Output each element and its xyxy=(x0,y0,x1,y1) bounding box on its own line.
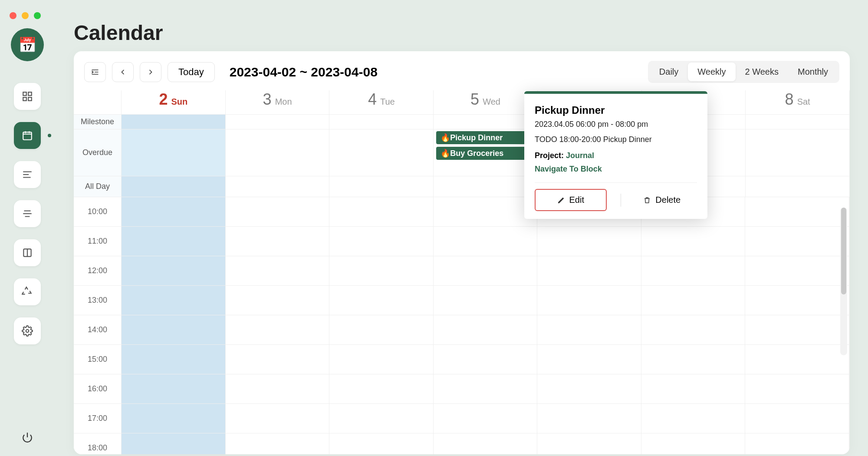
time-cell[interactable] xyxy=(226,315,330,345)
time-cell[interactable] xyxy=(122,433,226,454)
time-cell[interactable] xyxy=(122,286,226,315)
scrollbar-thumb[interactable] xyxy=(841,208,846,294)
sidebar-item-settings[interactable] xyxy=(14,317,41,344)
overdue-cell[interactable] xyxy=(746,129,850,176)
allday-cell[interactable] xyxy=(122,176,226,197)
sidebar-item-align-left[interactable] xyxy=(14,161,41,188)
view-weekly[interactable]: Weekly xyxy=(688,63,735,81)
time-cell[interactable] xyxy=(537,256,641,286)
time-cell[interactable] xyxy=(329,197,434,227)
milestone-cell[interactable] xyxy=(746,115,850,129)
day-header-mon[interactable]: 3Mon xyxy=(226,90,330,115)
milestone-cell[interactable] xyxy=(329,115,434,129)
time-cell[interactable] xyxy=(226,374,330,404)
milestone-cell[interactable] xyxy=(226,115,330,129)
milestone-cell[interactable] xyxy=(122,115,226,129)
time-cell[interactable] xyxy=(226,256,330,286)
time-cell[interactable] xyxy=(122,374,226,404)
time-cell[interactable] xyxy=(329,256,434,286)
time-cell[interactable] xyxy=(745,433,849,454)
time-cell[interactable] xyxy=(329,374,434,404)
time-cell[interactable] xyxy=(537,315,641,345)
time-cell[interactable] xyxy=(434,197,538,227)
time-cell[interactable] xyxy=(434,315,538,345)
sidebar-item-calendar[interactable] xyxy=(14,122,41,149)
time-cell[interactable] xyxy=(122,197,226,227)
time-cell[interactable] xyxy=(329,404,434,433)
time-cell[interactable] xyxy=(537,433,641,454)
time-cell[interactable] xyxy=(537,227,641,256)
time-cell[interactable] xyxy=(434,433,538,454)
time-cell[interactable] xyxy=(434,374,538,404)
next-week-button[interactable] xyxy=(140,62,161,82)
time-cell[interactable] xyxy=(641,404,746,433)
day-header-sat[interactable]: 8Sat xyxy=(746,90,850,115)
view-monthly[interactable]: Monthly xyxy=(788,63,838,81)
allday-cell[interactable] xyxy=(329,176,434,197)
time-cell[interactable] xyxy=(745,374,849,404)
milestone-cell[interactable] xyxy=(434,115,538,129)
time-cell[interactable] xyxy=(122,315,226,345)
power-button[interactable] xyxy=(0,432,54,443)
time-cell[interactable] xyxy=(641,256,746,286)
time-cell[interactable] xyxy=(745,286,849,315)
day-header-wed[interactable]: 5Wed xyxy=(434,90,538,115)
time-cell[interactable] xyxy=(329,433,434,454)
time-cell[interactable] xyxy=(329,227,434,256)
time-cell[interactable] xyxy=(226,227,330,256)
time-cell[interactable] xyxy=(537,345,641,374)
allday-cell[interactable] xyxy=(434,176,538,197)
time-cell[interactable] xyxy=(226,433,330,454)
time-cell[interactable] xyxy=(434,286,538,315)
day-header-sun[interactable]: 2Sun xyxy=(122,90,226,115)
time-cell[interactable] xyxy=(745,197,849,227)
time-cell[interactable] xyxy=(226,345,330,374)
time-cell[interactable] xyxy=(745,227,849,256)
event-pickup-dinner[interactable]: 🔥Pickup Dinner xyxy=(436,131,535,144)
overdue-cell[interactable] xyxy=(122,129,226,176)
scrollbar[interactable] xyxy=(840,208,847,355)
time-cell[interactable] xyxy=(641,374,746,404)
sidebar-item-dashboard[interactable] xyxy=(14,83,41,110)
sidebar-item-columns[interactable] xyxy=(14,239,41,266)
overdue-cell-wed[interactable]: 🔥Pickup Dinner 🔥Buy Groceries xyxy=(434,129,538,176)
time-cell[interactable] xyxy=(122,256,226,286)
time-cell[interactable] xyxy=(434,227,538,256)
time-cell[interactable] xyxy=(434,345,538,374)
view-twoweeks[interactable]: 2 Weeks xyxy=(736,63,788,81)
time-cell[interactable] xyxy=(122,345,226,374)
time-cell[interactable] xyxy=(641,433,746,454)
time-cell[interactable] xyxy=(745,404,849,433)
popover-project-link[interactable]: Journal xyxy=(566,151,594,160)
allday-cell[interactable] xyxy=(226,176,330,197)
time-cell[interactable] xyxy=(434,256,538,286)
time-cell[interactable] xyxy=(641,315,746,345)
time-cell[interactable] xyxy=(537,404,641,433)
overdue-cell[interactable] xyxy=(226,129,330,176)
time-cell[interactable] xyxy=(434,404,538,433)
today-button[interactable]: Today xyxy=(168,62,215,82)
indent-button[interactable] xyxy=(84,62,106,82)
sidebar-item-align-center[interactable] xyxy=(14,200,41,227)
time-cell[interactable] xyxy=(745,256,849,286)
time-cell[interactable] xyxy=(329,315,434,345)
navigate-to-block-link[interactable]: Navigate To Block xyxy=(535,165,697,174)
time-cell[interactable] xyxy=(226,404,330,433)
time-cell[interactable] xyxy=(537,286,641,315)
event-buy-groceries[interactable]: 🔥Buy Groceries xyxy=(436,147,535,160)
edit-button[interactable]: Edit xyxy=(535,189,607,211)
view-daily[interactable]: Daily xyxy=(650,63,688,81)
time-cell[interactable] xyxy=(641,345,746,374)
allday-cell[interactable] xyxy=(746,176,850,197)
time-cell[interactable] xyxy=(745,345,849,374)
delete-button[interactable]: Delete xyxy=(627,190,697,210)
overdue-cell[interactable] xyxy=(329,129,434,176)
prev-week-button[interactable] xyxy=(112,62,134,82)
day-header-tue[interactable]: 4Tue xyxy=(329,90,434,115)
time-cell[interactable] xyxy=(122,404,226,433)
time-cell[interactable] xyxy=(537,374,641,404)
time-cell[interactable] xyxy=(122,227,226,256)
time-cell[interactable] xyxy=(641,227,746,256)
time-cell[interactable] xyxy=(641,286,746,315)
time-cell[interactable] xyxy=(226,286,330,315)
